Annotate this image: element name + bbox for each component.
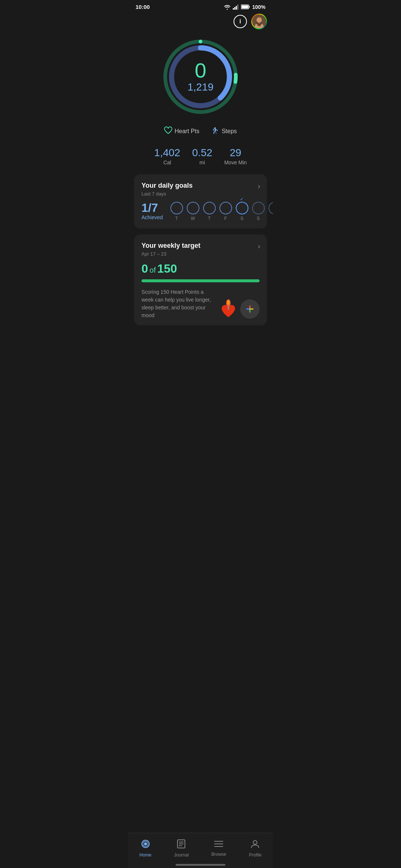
target-current: 0 — [141, 262, 148, 276]
heart-pts-label: Heart Pts — [175, 128, 199, 135]
day-circle-2 — [203, 202, 216, 214]
goals-summary: 1/7 Achieved ✓ T W T — [141, 202, 260, 221]
weekly-target-card[interactable]: › Your weekly target Apr 17 – 23 0 of 15… — [134, 234, 267, 325]
steps-value: 1,219 — [188, 81, 213, 93]
day-circle-1 — [187, 202, 199, 214]
wifi-icon — [224, 4, 231, 10]
day-label-2: T — [203, 216, 216, 221]
cal-value: 1,402 — [154, 147, 180, 159]
days-labels: T W T F S S M — [170, 216, 273, 221]
svg-rect-18 — [228, 306, 229, 310]
signal-icon — [233, 4, 239, 10]
daily-goals-title: Your daily goals — [141, 182, 260, 190]
svg-rect-6 — [242, 6, 248, 9]
status-bar: 10:00 100% — [128, 0, 273, 12]
stats-row: 1,402 Cal 0.52 mi 29 Move Min — [128, 143, 273, 174]
weekly-target-chevron[interactable]: › — [258, 242, 260, 250]
mi-stat: 0.52 mi — [192, 147, 212, 165]
day-circle-6 — [268, 202, 273, 214]
daily-goals-chevron[interactable]: › — [258, 182, 260, 190]
move-min-stat: 29 Move Min — [224, 147, 247, 165]
svg-rect-1 — [234, 7, 235, 10]
day-circle-3 — [219, 202, 232, 214]
ring-center-values: 0 1,219 — [188, 60, 213, 93]
achieved-count: 1/7 — [141, 202, 163, 214]
day-label-6: M — [268, 216, 273, 221]
info-button[interactable]: i — [234, 15, 247, 28]
target-fraction: 0 of 150 — [141, 262, 260, 276]
mi-label: mi — [199, 160, 205, 165]
aha-logo — [219, 299, 237, 319]
daily-goals-card[interactable]: › Your daily goals Last 7 days 1/7 Achie… — [134, 174, 267, 228]
target-bottom: Scoring 150 Heart Points a week can help… — [141, 288, 260, 319]
weekly-date-range: Apr 17 – 23 — [141, 251, 260, 257]
steps-icon — [211, 126, 219, 136]
heart-pts-legend: Heart Pts — [164, 126, 199, 136]
svg-rect-2 — [236, 6, 237, 10]
achieved-block: 1/7 Achieved — [141, 202, 163, 220]
weekly-target-title: Your weekly target — [141, 242, 260, 250]
target-max: 150 — [157, 262, 177, 276]
heart-icon — [164, 126, 172, 136]
daily-goals-subtitle: Last 7 days — [141, 191, 260, 197]
svg-point-17 — [227, 300, 229, 305]
battery-pct: 100% — [252, 4, 265, 10]
svg-rect-3 — [237, 4, 238, 10]
day-label-1: W — [187, 216, 199, 221]
status-icons: 100% — [224, 4, 265, 10]
day-circle-5 — [252, 202, 265, 214]
day-label-0: T — [170, 216, 183, 221]
top-actions: i — [128, 12, 273, 32]
ring-container[interactable]: 0 1,219 — [128, 32, 273, 125]
day-label-4: S — [236, 216, 248, 221]
achieved-label: Achieved — [141, 214, 163, 220]
day-label-3: F — [219, 216, 232, 221]
mi-value: 0.52 — [192, 147, 212, 159]
svg-point-15 — [199, 40, 202, 43]
steps-label: Steps — [222, 128, 237, 135]
heart-pts-value: 0 — [195, 60, 206, 81]
avatar[interactable] — [251, 14, 267, 29]
cal-stat: 1,402 Cal — [154, 147, 180, 165]
day-circle-0 — [170, 202, 183, 214]
steps-legend: Steps — [211, 126, 237, 136]
ring-legend: Heart Pts Steps — [128, 125, 273, 143]
google-plus-icon — [245, 304, 255, 314]
day-circles-block: ✓ T W T F S S M — [170, 202, 273, 221]
battery-icon — [241, 4, 250, 9]
svg-rect-0 — [233, 8, 234, 10]
day-label-5: S — [252, 216, 265, 221]
move-min-label: Move Min — [224, 160, 247, 165]
target-logos — [219, 299, 260, 319]
target-description: Scoring 150 Heart Points a week can help… — [141, 288, 215, 319]
svg-point-10 — [257, 17, 262, 23]
google-plus-button[interactable] — [240, 299, 260, 319]
move-min-value: 29 — [230, 147, 241, 159]
cal-label: Cal — [163, 160, 171, 165]
progress-bar-fill — [141, 279, 260, 282]
svg-rect-5 — [249, 6, 250, 8]
avatar-image — [252, 14, 266, 29]
status-time: 10:00 — [136, 4, 150, 10]
day-circle-4 — [236, 202, 248, 214]
progress-bar-bg — [141, 279, 260, 282]
target-of: of — [150, 266, 156, 274]
